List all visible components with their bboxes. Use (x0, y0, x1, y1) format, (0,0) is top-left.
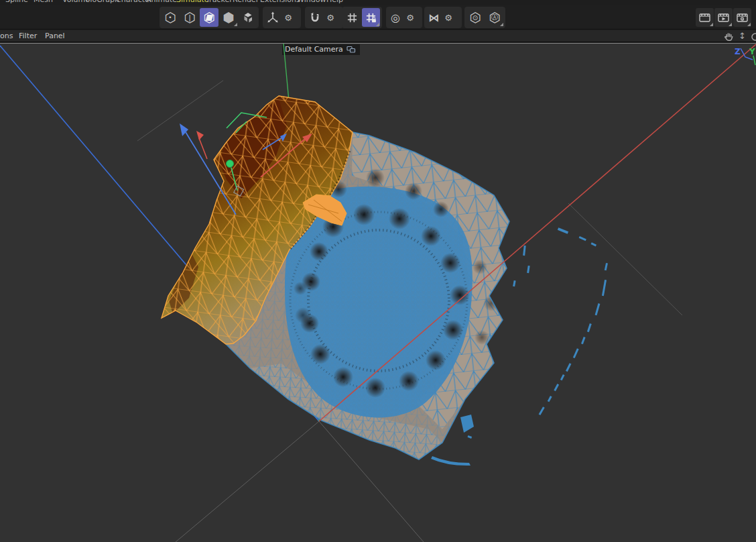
modeling-settings-group: ◎ ⚙ (386, 7, 422, 28)
menu-help[interactable]: Help (326, 0, 343, 5)
gizmo-x-arrow[interactable] (261, 133, 312, 177)
gear-icon[interactable]: ⚙ (282, 13, 294, 23)
world-axis-x-line (319, 44, 756, 421)
mesh-fragments[interactable] (431, 227, 608, 466)
auto-mode-button[interactable]: ⬡ Ⓐ (485, 8, 504, 27)
menu-mograph[interactable]: MoGraph (86, 0, 119, 5)
render-settings-button[interactable] (733, 8, 751, 27)
camera-switch-icon[interactable] (346, 46, 356, 54)
gizmo-y-handle[interactable] (227, 113, 267, 191)
selected-polygon-strip (303, 195, 346, 225)
dolly-icon[interactable]: ↕ (739, 31, 746, 41)
gizmo-z-arrow-small[interactable] (263, 133, 287, 150)
menu-tracker[interactable]: Tracker (206, 0, 233, 5)
butterfly-icon[interactable]: ⋈ (426, 11, 442, 24)
mirror-group: ⋈ ⚙ (424, 7, 462, 28)
gear-icon[interactable]: ⚙ (404, 13, 416, 23)
snapping-group: ⚙ (305, 7, 343, 28)
viewport-menu-panel[interactable]: Panel (45, 32, 65, 40)
axis-orientation-labels: Z Y (735, 47, 755, 65)
render-settings-icon (736, 11, 749, 24)
workplane-button[interactable] (264, 8, 281, 27)
menu-animate[interactable]: Animate (146, 0, 177, 5)
dense-mesh-region (285, 186, 472, 418)
edges-mode-button[interactable]: ⬡ | (180, 8, 199, 27)
render-view-button[interactable] (696, 8, 714, 27)
menu-window[interactable]: Window (297, 0, 326, 5)
circled-a-icon: Ⓐ (485, 8, 504, 27)
axis-y-label: Y (749, 47, 755, 56)
world-axis-z-line (0, 46, 319, 421)
gear-icon[interactable]: ⚙ (442, 13, 454, 23)
axis-mode-button[interactable] (239, 8, 257, 27)
menu-simulate[interactable]: Simulate (176, 0, 209, 5)
gizmo-plane-handle[interactable] (234, 186, 244, 196)
viewport-menu-filter[interactable]: Filter (19, 32, 37, 40)
snap-button[interactable] (306, 8, 324, 27)
menu-render[interactable]: Render (233, 0, 259, 5)
camera-label[interactable]: Default Camera (282, 44, 360, 55)
split-cube-icon (241, 11, 255, 24)
gizmo-z-arrow[interactable] (180, 123, 236, 215)
menu-mesh[interactable]: Mesh (34, 0, 53, 5)
eye-icon: ⊙ (466, 8, 485, 27)
orbit-icon[interactable] (750, 32, 756, 42)
scan-surface (162, 96, 509, 459)
axis-z-label: Z (735, 47, 741, 56)
quantize-lock-button[interactable] (362, 8, 380, 27)
grid-icon (346, 12, 358, 23)
menu-spline[interactable]: Spline (5, 0, 28, 5)
render-picture-viewer-button[interactable] (714, 8, 733, 27)
quantize-group (342, 7, 382, 28)
magnet-icon (308, 11, 322, 24)
axis-arrows-icon (266, 11, 279, 24)
concentric-circles-icon[interactable]: ◎ (387, 11, 403, 24)
quantize-grid-button[interactable] (343, 8, 361, 27)
world-grid-lines (137, 80, 682, 542)
render-view-icon (698, 11, 711, 24)
model-mode-button[interactable]: ⬢ (219, 8, 238, 27)
polygons-mode-button[interactable]: ⬡ (200, 8, 218, 27)
lock-icon (373, 17, 375, 19)
workplane-group: ⚙ (263, 7, 301, 28)
main-toolbar: ⬡ • ⬡ | ⬡ ⬢ (0, 5, 756, 30)
points-mode-button[interactable]: ⬡ • (161, 8, 180, 27)
tooth-impression-ring (290, 168, 499, 398)
menu-bar: Spline Mesh Volume MoGraph Character Ani… (0, 0, 756, 5)
gizmo-x-arrow-small[interactable] (196, 131, 207, 159)
viewport-menu-bar: Options Filter Panel ↕ (0, 30, 756, 42)
mode-button-group: ⬡ • ⬡ | ⬡ ⬢ (160, 7, 259, 28)
pan-hand-icon[interactable] (724, 32, 734, 42)
world-axis-y-line (284, 44, 319, 421)
gear-icon[interactable]: ⚙ (324, 13, 336, 23)
selected-polygon-island[interactable] (162, 96, 353, 344)
render-picture-viewer-icon (717, 11, 730, 24)
cinema4d-window: { "menu_bar": { "items": [ {"label": "Sp… (0, 0, 756, 542)
viewport[interactable]: Default Camera (0, 43, 756, 542)
grid-lock-icon (365, 12, 377, 23)
steep-face-shadow (218, 99, 287, 199)
viewport-menu-options[interactable]: Options (0, 32, 13, 40)
view-overlays-group: ⬡ ⊙ ⬡ Ⓐ (464, 7, 505, 28)
scan-mesh-object[interactable] (154, 87, 529, 470)
model-mode-icon: ⬢ (223, 11, 234, 24)
viewport-canvas[interactable]: Z Y (0, 44, 756, 542)
menu-extensions[interactable]: Extensions (260, 0, 300, 5)
move-gizmo[interactable] (180, 113, 312, 215)
viewport-solo-button[interactable]: ⬡ ⊙ (466, 8, 485, 27)
